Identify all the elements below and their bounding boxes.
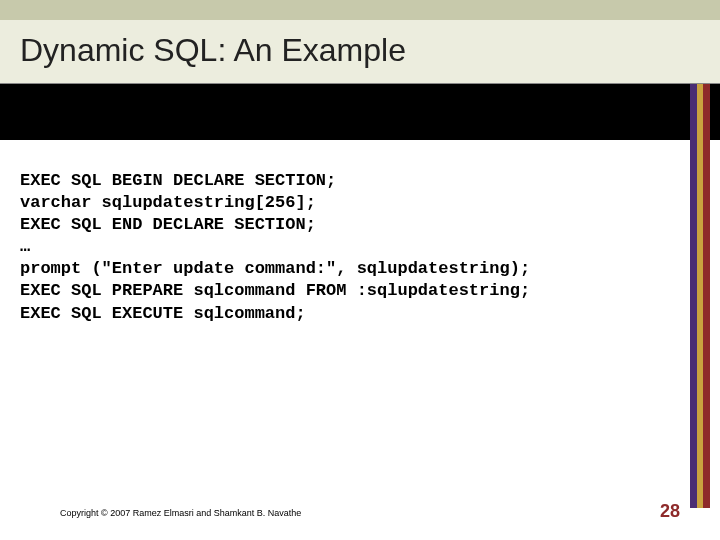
page-number: 28 [660, 501, 680, 522]
code-line: … [20, 237, 30, 256]
accent-bar-red [703, 84, 710, 508]
code-line: EXEC SQL END DECLARE SECTION; [20, 215, 316, 234]
slide-title: Dynamic SQL: An Example [20, 32, 406, 69]
code-line: EXEC SQL BEGIN DECLARE SECTION; [20, 171, 336, 190]
title-band: Dynamic SQL: An Example [0, 20, 720, 84]
accent-bar-gold [697, 84, 704, 508]
code-line: EXEC SQL PREPARE sqlcommand FROM :sqlupd… [20, 281, 530, 300]
copyright-footer: Copyright © 2007 Ramez Elmasri and Shamk… [60, 508, 301, 518]
accent-bar-purple [690, 84, 697, 508]
code-line: prompt ("Enter update command:", sqlupda… [20, 259, 530, 278]
black-band [0, 84, 720, 140]
side-accent-bars [690, 84, 710, 508]
code-line: varchar sqlupdatestring[256]; [20, 193, 316, 212]
top-accent-band [0, 0, 720, 20]
code-line: EXEC SQL EXECUTE sqlcommand; [20, 304, 306, 323]
code-block: EXEC SQL BEGIN DECLARE SECTION; varchar … [20, 170, 680, 325]
